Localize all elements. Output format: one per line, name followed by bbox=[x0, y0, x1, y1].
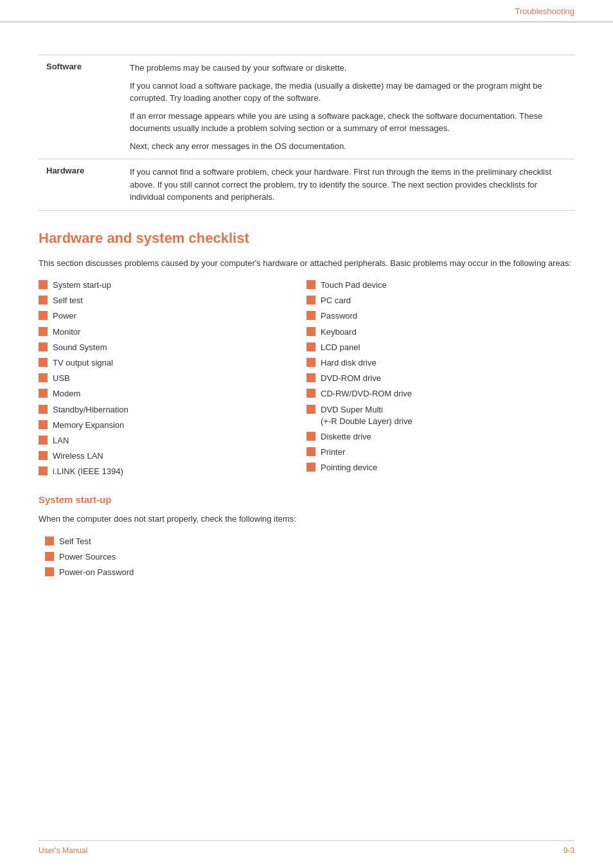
list-item-text: i.LINK (IEEE 1394) bbox=[53, 466, 123, 477]
list-item-text: Memory Expansion bbox=[53, 420, 124, 431]
list-item: DVD Super Multi (+-R Double Layer) drive bbox=[306, 404, 574, 427]
table-content-cell: The problems may be caused by your softw… bbox=[122, 55, 574, 159]
footer-left: User's Manual bbox=[39, 846, 87, 855]
startup-list-item: Power-on Password bbox=[45, 567, 574, 578]
system-startup-heading: System start-up bbox=[39, 494, 574, 505]
list-item: Printer bbox=[306, 447, 574, 458]
list-bullet-icon bbox=[39, 358, 48, 367]
startup-list-item: Self Test bbox=[45, 536, 574, 547]
hardware-section: Hardware and system checklist This secti… bbox=[39, 230, 574, 482]
startup-list: Self TestPower SourcesPower-on Password bbox=[39, 536, 574, 579]
list-item: Sound System bbox=[39, 342, 306, 353]
list-bullet-icon bbox=[45, 567, 54, 576]
list-item: Password bbox=[306, 310, 574, 322]
list-bullet-icon bbox=[45, 536, 54, 545]
list-bullet-icon bbox=[306, 280, 315, 289]
list-item-text: Sound System bbox=[53, 342, 107, 353]
list-bullet-icon bbox=[39, 311, 48, 320]
list-item: Pointing device bbox=[306, 462, 574, 474]
table-label-cell: Hardware bbox=[39, 159, 122, 211]
list-bullet-icon bbox=[39, 420, 48, 429]
list-item: LCD panel bbox=[306, 342, 574, 353]
list-bullet-icon bbox=[306, 405, 315, 414]
list-item: USB bbox=[39, 373, 306, 384]
list-item: Standby/Hibernation bbox=[39, 404, 306, 416]
table-paragraph: The problems may be caused by your softw… bbox=[130, 62, 567, 75]
right-list-column: Touch Pad devicePC cardPasswordKeyboardL… bbox=[306, 279, 574, 481]
list-bullet-icon bbox=[39, 466, 48, 475]
list-item-text: CD-RW/DVD-ROM drive bbox=[321, 388, 412, 400]
troubleshooting-table: SoftwareThe problems may be caused by yo… bbox=[39, 55, 574, 211]
list-item: Power bbox=[39, 310, 306, 322]
list-item: Modem bbox=[39, 388, 306, 400]
left-list-column: System start-upSelf testPowerMonitorSoun… bbox=[39, 279, 306, 481]
list-bullet-icon bbox=[39, 280, 48, 289]
list-bullet-icon bbox=[306, 311, 315, 320]
list-bullet-icon bbox=[39, 436, 48, 445]
list-bullet-icon bbox=[39, 296, 48, 305]
table-paragraph: If you cannot load a software package, t… bbox=[130, 80, 567, 105]
table-paragraph: Next, check any error messages in the OS… bbox=[130, 140, 567, 153]
list-item-text: Printer bbox=[321, 447, 345, 458]
list-item-text: Wireless LAN bbox=[53, 450, 103, 462]
list-bullet-icon bbox=[306, 389, 315, 398]
list-item-text: Touch Pad device bbox=[321, 279, 387, 291]
list-item: System start-up bbox=[39, 279, 306, 291]
list-bullet-icon bbox=[306, 296, 315, 305]
list-item-text: Pointing device bbox=[321, 462, 377, 474]
list-item: Hard disk drive bbox=[306, 357, 574, 369]
table-row: HardwareIf you cannot find a software pr… bbox=[39, 159, 574, 211]
list-bullet-icon bbox=[39, 373, 48, 382]
list-item-text: DVD-ROM drive bbox=[321, 373, 381, 384]
list-bullet-icon bbox=[306, 447, 315, 456]
list-bullet-icon bbox=[45, 552, 54, 561]
page-header: Troubleshooting bbox=[0, 0, 613, 22]
table-paragraph: If you cannot find a software problem, c… bbox=[130, 166, 567, 204]
list-item-text: DVD Super Multi (+-R Double Layer) drive bbox=[321, 404, 413, 427]
hardware-section-heading: Hardware and system checklist bbox=[39, 230, 574, 247]
list-bullet-icon bbox=[39, 389, 48, 398]
list-item-text: LCD panel bbox=[321, 342, 360, 353]
header-title: Troubleshooting bbox=[515, 6, 574, 16]
list-item-text: Power bbox=[53, 310, 76, 322]
table-content-cell: If you cannot find a software problem, c… bbox=[122, 159, 574, 211]
list-item-text: Hard disk drive bbox=[321, 357, 377, 369]
list-item-text: Password bbox=[321, 310, 357, 322]
table-label-cell: Software bbox=[39, 55, 122, 159]
startup-item-text: Power-on Password bbox=[59, 567, 134, 578]
list-item: CD-RW/DVD-ROM drive bbox=[306, 388, 574, 400]
table-paragraph: If an error message appears while you ar… bbox=[130, 110, 567, 135]
list-item: PC card bbox=[306, 295, 574, 306]
hardware-checklist-list: System start-upSelf testPowerMonitorSoun… bbox=[39, 279, 574, 481]
page-footer: User's Manual 9-3 bbox=[39, 840, 574, 855]
list-item-text: TV output signal bbox=[53, 357, 113, 369]
list-item: Memory Expansion bbox=[39, 420, 306, 431]
list-item-text: Self test bbox=[53, 295, 83, 306]
list-item-text: Modem bbox=[53, 388, 80, 400]
list-item: DVD-ROM drive bbox=[306, 373, 574, 384]
list-bullet-icon bbox=[39, 342, 48, 351]
list-item: i.LINK (IEEE 1394) bbox=[39, 466, 306, 477]
list-bullet-icon bbox=[306, 358, 315, 367]
list-item: Wireless LAN bbox=[39, 450, 306, 462]
list-bullet-icon bbox=[306, 327, 315, 336]
list-bullet-icon bbox=[306, 373, 315, 382]
list-item: Touch Pad device bbox=[306, 279, 574, 291]
system-startup-section: System start-up When the computer does n… bbox=[39, 494, 574, 578]
list-item: Monitor bbox=[39, 326, 306, 338]
list-item: LAN bbox=[39, 435, 306, 447]
list-item-text: LAN bbox=[53, 435, 69, 447]
footer-right: 9-3 bbox=[564, 846, 574, 855]
list-item-text: Monitor bbox=[53, 326, 80, 338]
list-bullet-icon bbox=[306, 342, 315, 351]
startup-item-text: Power Sources bbox=[59, 551, 116, 563]
list-bullet-icon bbox=[39, 327, 48, 336]
list-item: Diskette drive bbox=[306, 431, 574, 443]
list-item: Self test bbox=[39, 295, 306, 306]
system-startup-intro: When the computer does not start properl… bbox=[39, 513, 574, 526]
list-item: TV output signal bbox=[39, 357, 306, 369]
list-item-text: Keyboard bbox=[321, 326, 357, 338]
list-item-text: Standby/Hibernation bbox=[53, 404, 129, 416]
page-container: SoftwareThe problems may be caused by yo… bbox=[0, 22, 613, 630]
list-bullet-icon bbox=[306, 463, 315, 472]
